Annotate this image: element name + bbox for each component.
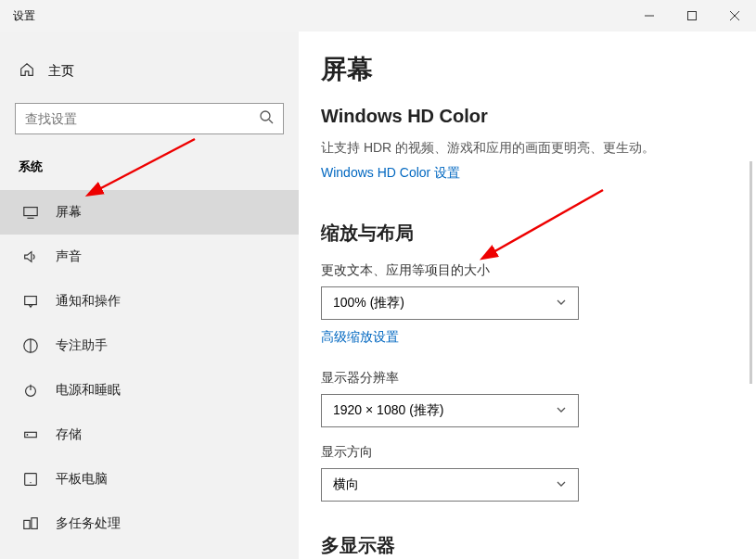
- hd-color-heading: Windows HD Color: [321, 106, 734, 127]
- close-button[interactable]: [713, 0, 756, 32]
- sidebar-item-power[interactable]: 电源和睡眠: [0, 368, 299, 413]
- text-size-label: 更改文本、应用等项目的大小: [321, 262, 734, 279]
- chevron-down-icon: [556, 296, 567, 311]
- sidebar-category: 系统: [0, 149, 299, 190]
- text-size-dropdown[interactable]: 100% (推荐): [321, 286, 579, 320]
- sidebar-item-display[interactable]: 屏幕: [0, 190, 299, 235]
- hd-color-desc: 让支持 HDR 的视频、游戏和应用的画面更明亮、更生动。: [321, 140, 734, 157]
- sound-icon: [22, 248, 39, 265]
- display-icon: [22, 204, 39, 221]
- multitask-icon: [22, 515, 39, 532]
- home-label: 主页: [48, 63, 74, 80]
- sidebar-item-multitask[interactable]: 多任务处理: [0, 502, 299, 546]
- sidebar-item-label: 声音: [56, 248, 82, 265]
- resolution-value: 1920 × 1080 (推荐): [333, 402, 443, 419]
- sidebar: 主页 系统 屏幕 声音 通知和操作: [0, 32, 299, 559]
- sidebar-item-label: 电源和睡眠: [56, 382, 121, 399]
- resolution-dropdown[interactable]: 1920 × 1080 (推荐): [321, 394, 579, 427]
- orientation-value: 横向: [333, 476, 359, 493]
- advanced-scaling-link[interactable]: 高级缩放设置: [321, 329, 399, 346]
- home-button[interactable]: 主页: [0, 52, 299, 90]
- scale-heading: 缩放与布局: [321, 221, 734, 246]
- multi-display-heading: 多显示器: [321, 533, 734, 558]
- scrollbar[interactable]: [750, 161, 752, 384]
- sidebar-item-focus[interactable]: 专注助手: [0, 324, 299, 368]
- tablet-icon: [22, 471, 39, 488]
- svg-point-12: [27, 434, 29, 436]
- orientation-label: 显示方向: [321, 444, 734, 461]
- window-title: 设置: [13, 8, 35, 24]
- sidebar-item-sound[interactable]: 声音: [0, 235, 299, 279]
- svg-point-14: [30, 482, 31, 483]
- chevron-down-icon: [556, 477, 567, 492]
- sidebar-item-label: 屏幕: [56, 204, 82, 221]
- maximize-button[interactable]: [671, 0, 713, 32]
- search-box[interactable]: [15, 103, 284, 134]
- sidebar-item-label: 存储: [56, 426, 82, 443]
- sidebar-item-label: 多任务处理: [56, 515, 121, 532]
- search-icon: [259, 109, 274, 128]
- sidebar-item-label: 专注助手: [56, 337, 108, 354]
- svg-rect-6: [24, 208, 37, 216]
- search-input[interactable]: [25, 111, 259, 126]
- power-icon: [22, 382, 39, 399]
- sidebar-item-label: 平板电脑: [56, 471, 108, 488]
- sidebar-item-tablet[interactable]: 平板电脑: [0, 457, 299, 502]
- svg-rect-13: [25, 474, 37, 486]
- svg-rect-1: [688, 12, 697, 20]
- sidebar-item-notifications[interactable]: 通知和操作: [0, 279, 299, 324]
- minimize-button[interactable]: [628, 0, 671, 32]
- text-size-value: 100% (推荐): [333, 295, 404, 311]
- svg-rect-16: [32, 518, 37, 529]
- storage-icon: [22, 426, 39, 443]
- resolution-label: 显示器分辨率: [321, 370, 734, 387]
- sidebar-item-label: 通知和操作: [56, 293, 121, 310]
- chevron-down-icon: [556, 403, 567, 418]
- titlebar: 设置: [0, 0, 756, 32]
- content-area: 屏幕 Windows HD Color 让支持 HDR 的视频、游戏和应用的画面…: [299, 32, 756, 559]
- notification-icon: [22, 293, 39, 310]
- page-title: 屏幕: [321, 52, 734, 87]
- svg-rect-15: [24, 520, 30, 528]
- orientation-dropdown[interactable]: 横向: [321, 468, 579, 502]
- hd-color-link[interactable]: Windows HD Color 设置: [321, 165, 460, 182]
- home-icon: [19, 61, 35, 81]
- svg-line-5: [269, 120, 273, 123]
- svg-point-4: [261, 111, 270, 121]
- focus-icon: [22, 337, 39, 354]
- sidebar-item-storage[interactable]: 存储: [0, 413, 299, 457]
- window-controls: [628, 0, 756, 32]
- svg-rect-8: [25, 297, 37, 305]
